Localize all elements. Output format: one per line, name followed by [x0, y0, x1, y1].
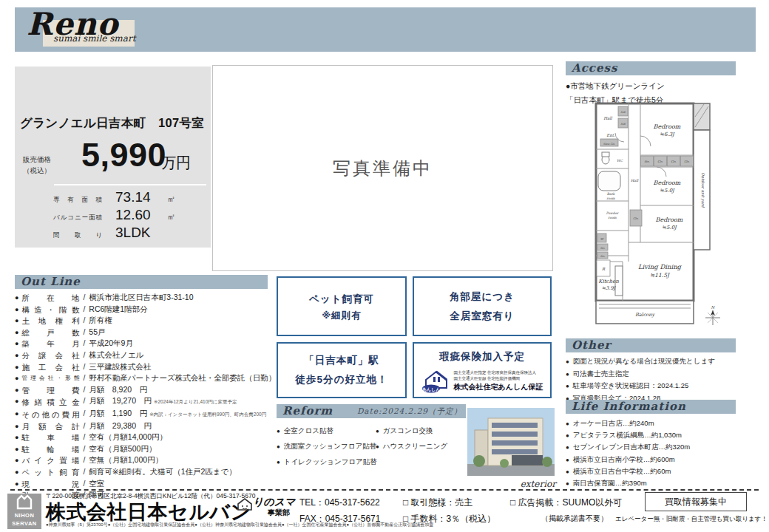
svg-text:Balcony: Balcony [635, 312, 655, 318]
svg-text:N: N [711, 305, 716, 310]
tel-number: TEL：045-317-5622 [299, 494, 380, 511]
rinosuma-division-logo: りのスマ 事業部 [243, 497, 302, 518]
bullet-icon: ● [15, 306, 18, 313]
svg-text:MB: MB [620, 123, 626, 126]
bullet-icon: ● [566, 468, 569, 475]
access-heading: Access [566, 61, 736, 75]
svg-text:Bath: Bath [607, 192, 615, 196]
svg-text:Kitchen: Kitchen [598, 279, 619, 284]
svg-text:Ent.: Ent. [606, 133, 615, 137]
exterior-caption: exterior [467, 479, 556, 489]
other-item: ●司法書士売主指定 [566, 368, 736, 381]
price-value: 5,990 [81, 136, 166, 174]
tel-fax: TEL：045-317-5622 FAX：045-317-5671 [299, 494, 380, 527]
bullet-icon: ● [566, 457, 569, 463]
svg-text:Sto.: Sto. [600, 247, 606, 250]
svg-text:Clo.: Clo. [633, 216, 639, 220]
bullet-icon: ● [566, 480, 569, 487]
outline-row: ●築年月/平成20年9月 [15, 338, 271, 349]
spec-floor-area: 専有面積73.14㎡ [53, 189, 175, 205]
bullet-icon: ● [566, 383, 569, 389]
bullet-icon: ● [15, 446, 18, 453]
reform-item: ●洗面室クッションフロア貼替 [277, 439, 376, 454]
outline-row: ●土地権利/所有権 [15, 315, 271, 327]
reform-heading: Reform Date:2024.2.29（予定） [277, 404, 466, 418]
reform-section: Reform Date:2024.2.29（予定） ●全室クロス貼替 ●洗面室ク… [277, 404, 466, 470]
reform-item: ●ハウスクリーニング [376, 439, 464, 454]
bullet-icon: ● [15, 410, 18, 417]
bullet-icon: ● [566, 371, 569, 378]
feature-box-corner-room: 角部屋につき 全居室窓有り [413, 276, 552, 336]
reform-item: ●トイレクッションフロア貼替 [277, 454, 376, 470]
feature-box-pets: ペット飼育可 ※細則有 [277, 276, 407, 336]
fax-number: FAX：045-317-5671 [299, 511, 380, 527]
life-item: ●アピタテラス横浜綱島…約1,030m [566, 429, 736, 441]
reform-item: ●全室クロス貼替 [277, 423, 376, 439]
svg-text:あんしん: あんしん [421, 387, 440, 392]
outline-row: ●ペット飼育/飼育可※細則有。犬猫可（1住戸2匹まで） [15, 466, 271, 478]
bullet-icon: ● [277, 443, 280, 450]
other-heading: Other [566, 338, 736, 352]
reform-date: Date:2024.2.29（予定） [357, 404, 462, 418]
svg-text:Powder: Powder [606, 211, 620, 215]
bullet-icon: ● [15, 329, 18, 336]
svg-text:Clo.: Clo. [657, 160, 663, 163]
brand-logo: Reno [27, 6, 118, 42]
life-information-heading: Life Information [566, 400, 736, 414]
svg-text:room: room [606, 197, 615, 200]
exterior-photo: exterior [467, 408, 556, 489]
svg-text:Clo.: Clo. [671, 160, 677, 163]
svg-text:≒5.0J: ≒5.0J [662, 225, 677, 231]
photo-placeholder-text: 写真準備中 [333, 157, 433, 180]
bullet-icon: ● [15, 375, 18, 382]
life-item: ●横浜市立日吉台中学校…約60m [566, 466, 736, 477]
bullet-icon: ● [376, 443, 379, 450]
bullet-icon: ● [566, 358, 569, 365]
price-label: 販売価格 （税込） [23, 154, 51, 176]
spec-balcony-area: バルコニー面積12.60㎡ [53, 207, 175, 223]
bullet-icon: ● [15, 294, 18, 301]
deal-terms-column: □ 取引態様：売主 □ 手数料：3％（税込） [403, 494, 495, 527]
outline-row: ●構造・階数/RC6階建1階部分 [15, 304, 271, 316]
bullet-icon: ● [15, 317, 18, 324]
ad-note: （掲載承諾書不要） [541, 511, 622, 527]
other-item: ●図面と現況が異なる場合は現況優先とします [566, 355, 736, 368]
insurance-logo-row: あんしん 国土交通大臣指定 住宅瑕疵担保責任保険法人 国土交通大臣登録 住宅性能… [421, 368, 543, 393]
outline-row: ●現況/空室 [15, 478, 271, 490]
svg-text:Shoe Clo.: Shoe Clo. [603, 143, 615, 146]
svg-text:Bedroom: Bedroom [654, 180, 681, 186]
svg-text:Sto.: Sto. [644, 160, 650, 163]
bullet-icon: ● [15, 364, 18, 371]
bullet-icon: ● [15, 468, 18, 476]
spec-layout: 間取り3LDK [53, 225, 167, 241]
outline-row: ●月額合計/月額 29,380 円 [15, 420, 271, 432]
outline-heading: Out Line [15, 275, 268, 289]
svg-text:≒11.5J: ≒11.5J [650, 272, 671, 279]
floor-plan: Bedroom ≒6.3J Bedroom ≒5.0J Bedroom ≒5.0… [586, 92, 726, 343]
outline-row: ●修繕積立金/月額 19,270 円※2024年12月より21,410円に変更予… [15, 395, 271, 408]
svg-text:Living Dining: Living Dining [638, 263, 682, 270]
bullet-icon: ● [15, 434, 18, 441]
outline-row: ●駐車場/空有（月額14,000円） [15, 432, 271, 443]
bullet-icon: ● [15, 457, 18, 464]
svg-text:≒3.9J: ≒3.9J [602, 285, 617, 291]
bullet-icon: ● [277, 459, 280, 466]
outline-section: Out Line ●所在地/横浜市港北区日吉本町3-31-10 ●構造・階数/R… [15, 275, 271, 501]
footer-divider [10, 489, 759, 491]
outline-row: ●所在地/横浜市港北区日吉本町3-31-10 [15, 292, 271, 304]
svg-text:Clo.: Clo. [684, 160, 690, 163]
life-item: ●セブンイレブン日吉本町店…約320m [566, 441, 736, 453]
commission: □ 手数料：3％（税込） [403, 511, 495, 527]
feature-box-insurance: 瑕疵保険加入予定 あんしん 国土交通大臣指定 住宅瑕疵担保責任保険法人 国土交通… [413, 342, 552, 398]
bullet-icon: ● [277, 428, 280, 434]
bullet-icon: ● [15, 352, 18, 359]
bullet-icon: ● [15, 386, 18, 394]
bullet-icon: ● [566, 420, 569, 427]
life-item: ●横浜市立日吉南小学校…約600m [566, 454, 736, 466]
price-panel: グランノエル日吉本町 107号室 販売価格 （税込） 5,990 万円 専有面積… [15, 66, 211, 248]
buyback-note: エレベーター無・旧耐震・自主管理も買い取ります！ [615, 515, 768, 524]
svg-text:Hall: Hall [631, 179, 639, 183]
nihon-servan-logo: NIHON SERVAN [7, 494, 41, 529]
buyback-badge: 買取情報募集中 [645, 492, 747, 511]
bullet-icon: ● [15, 423, 18, 430]
